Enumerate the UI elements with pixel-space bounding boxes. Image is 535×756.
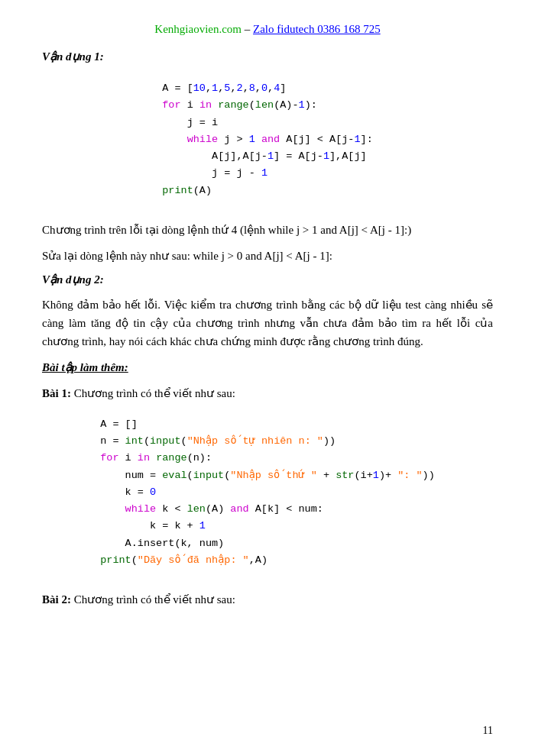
page: Kenhgiaovien.com – Zalo fidutech 0386 16… xyxy=(0,0,535,756)
section-baitap: Bài tập làm thêm: Bài 1: Chương trình có… xyxy=(42,358,493,609)
code2-line-7: k = k + 1 xyxy=(100,518,435,535)
section-vandung1: Vận dụng 1: A = [10,1,5,2,8,0,4] for i i… xyxy=(42,50,493,265)
code-line-6: j = j - 1 xyxy=(162,165,373,182)
vandung2-para: Không đảm bảo hết lỗi. Việc kiểm tra chư… xyxy=(42,296,493,351)
section-vandung2: Vận dụng 2: Không đảm bảo hết lỗi. Việc … xyxy=(42,273,493,351)
code2-line-5: k = 0 xyxy=(100,484,435,501)
code2-line-6: while k < len(A) and A[k] < num: xyxy=(100,501,435,518)
code-line-1: A = [10,1,5,2,8,0,4] xyxy=(162,80,373,97)
bai1-label: Bài 1: xyxy=(42,387,71,399)
bai2-text: Chương trình có thể viết như sau: xyxy=(71,593,235,606)
baitap-title: Bài tập làm thêm: xyxy=(42,361,128,373)
code2-line-4: num = eval(input("Nhập số thứ " + str(i+… xyxy=(100,467,435,484)
separator: – xyxy=(242,23,253,35)
page-number: 11 xyxy=(483,725,493,737)
code2-line-8: A.insert(k, num) xyxy=(100,535,435,552)
header-link[interactable]: Kenhgiaovien.com – Zalo fidutech 0386 16… xyxy=(42,23,493,36)
code2-line-3: for i in range(n): xyxy=(100,450,435,467)
code-line-7: print(A) xyxy=(162,183,373,199)
code-block-2: A = [] n = int(input("Nhập số tự nhiên n… xyxy=(42,409,493,580)
explanation-1: Chương trình trên lỗi tại dòng lệnh thứ … xyxy=(42,221,493,239)
code-line-2: for i in range(len(A)-1): xyxy=(162,97,373,114)
zalo-link[interactable]: Zalo fidutech 0386 168 725 xyxy=(253,23,381,35)
site-name: Kenhgiaovien.com xyxy=(154,23,242,35)
code-line-5: A[j],A[j-1] = A[j-1],A[j] xyxy=(162,148,373,165)
code2-line-2: n = int(input("Nhập số tự nhiên n: ")) xyxy=(100,433,435,450)
code-line-3: j = i xyxy=(162,115,373,131)
vandung1-title: Vận dụng 1: xyxy=(42,50,493,63)
code2-line-1: A = [] xyxy=(100,416,435,433)
bai1-text: Chương trình có thể viết như sau: xyxy=(71,387,235,399)
explanation-2: Sửa lại dòng lệnh này như sau: while j >… xyxy=(42,247,493,265)
code-line-4: while j > 1 and A[j] < A[j-1]: xyxy=(162,131,373,148)
bai2-label: Bài 2: xyxy=(42,593,71,606)
code2-line-9: print("Dãy số đã nhập: ",A) xyxy=(100,552,435,569)
vandung2-title: Vận dụng 2: xyxy=(42,273,493,286)
code-block-1: A = [10,1,5,2,8,0,4] for i in range(len(… xyxy=(42,73,493,210)
